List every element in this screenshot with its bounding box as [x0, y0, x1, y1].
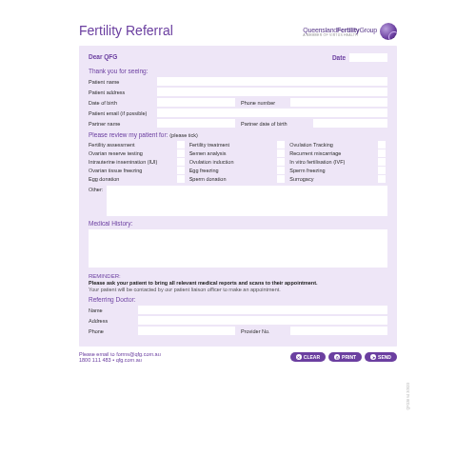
section-review: Please review my patient for: (please ti…	[89, 131, 387, 138]
input-other[interactable]	[107, 186, 387, 216]
input-partner-dob[interactable]	[313, 119, 387, 128]
date-wrap: Date	[332, 53, 387, 62]
label-dob: Date of birth	[89, 100, 153, 106]
review-item-checkbox[interactable]	[378, 158, 386, 166]
review-item-label: Sperm donation	[189, 176, 275, 182]
review-item-label: Sperm freezing	[289, 168, 375, 173]
review-item-checkbox[interactable]	[177, 175, 185, 183]
input-patient-name[interactable]	[157, 77, 387, 86]
section-referring-doctor: Referring Doctor:	[89, 296, 387, 303]
print-button[interactable]: ⎙PRINT	[328, 352, 362, 362]
input-provider[interactable]	[290, 327, 387, 335]
date-label: Date	[332, 54, 346, 61]
reminder-sub: Your patient will be contacted by our pa…	[89, 287, 387, 292]
brand-text: QueenslandFertilityGroup	[303, 27, 377, 33]
review-item-label: Semen analysis	[189, 150, 275, 156]
input-medical-history[interactable]	[89, 229, 387, 268]
page-title: Fertility Referral	[79, 23, 173, 38]
reminder-head: REMINDER:	[89, 273, 387, 279]
review-item-label: Surrogacy	[289, 176, 375, 182]
review-item-checkbox[interactable]	[177, 149, 185, 157]
input-ref-name[interactable]	[138, 306, 387, 314]
label-ref-phone: Phone	[89, 328, 134, 334]
version-code: QFG28 V4 2/2023	[407, 383, 410, 409]
review-item-label: In vitro fertilisation (IVF)	[289, 159, 375, 165]
input-email[interactable]	[157, 109, 387, 117]
brand: QueenslandFertilityGroup A MEMBER OF VIR…	[303, 23, 397, 40]
label-provider: Provider No.	[241, 328, 287, 334]
footer-line2: 1800 111 483 • qfg.com.au	[79, 357, 161, 363]
review-item-checkbox[interactable]	[177, 167, 185, 174]
input-phone[interactable]	[290, 98, 387, 107]
reminder-main: Please ask your patient to bring all rel…	[89, 280, 387, 286]
input-ref-phone[interactable]	[138, 327, 235, 335]
label-partner-dob: Partner date of birth	[241, 121, 309, 127]
review-item-checkbox[interactable]	[378, 141, 386, 149]
label-email: Patient email (if possible)	[89, 110, 153, 116]
label-phone: Phone number	[241, 100, 287, 106]
review-item-checkbox[interactable]	[177, 158, 185, 166]
label-partner-name: Partner name	[89, 121, 153, 127]
review-item-checkbox[interactable]	[378, 167, 386, 174]
footer-buttons: ✕CLEAR ⎙PRINT ➤SEND	[290, 352, 397, 362]
label-other: Other:	[89, 186, 103, 216]
review-item-checkbox[interactable]	[277, 167, 285, 174]
input-partner-name[interactable]	[157, 119, 235, 128]
review-item-checkbox[interactable]	[277, 149, 285, 157]
dear-row: Dear QFG Date	[89, 53, 387, 62]
date-input[interactable]	[349, 53, 387, 62]
review-item-checkbox[interactable]	[277, 158, 285, 166]
review-item-checkbox[interactable]	[177, 141, 185, 149]
label-ref-address: Address	[89, 318, 134, 324]
header: Fertility Referral QueenslandFertilityGr…	[79, 23, 397, 40]
label-patient-address: Patient address	[89, 89, 153, 95]
clear-button[interactable]: ✕CLEAR	[290, 352, 326, 362]
referral-form-page: Fertility Referral QueenslandFertilityGr…	[62, 10, 414, 466]
review-grid: Fertility assessmentFertility treatmentO…	[89, 141, 387, 183]
section-thank-you: Thank you for seeing:	[89, 68, 387, 74]
input-dob[interactable]	[157, 98, 235, 107]
review-item-label: Fertility assessment	[89, 142, 174, 148]
reminder-block: REMINDER: Please ask your patient to bri…	[89, 273, 387, 292]
review-item-label: Egg freezing	[189, 168, 275, 173]
brand-logo-icon	[380, 23, 397, 40]
footer: Please email to forms@qfg.com.au 1800 11…	[79, 351, 397, 363]
review-item-label: Ovulation induction	[189, 159, 275, 165]
footer-contact: Please email to forms@qfg.com.au 1800 11…	[79, 351, 161, 363]
review-item-checkbox[interactable]	[378, 175, 386, 183]
review-item-label: Egg donation	[89, 176, 174, 182]
input-ref-address[interactable]	[138, 316, 387, 325]
clear-icon: ✕	[296, 354, 302, 360]
label-ref-name: Name	[89, 307, 134, 313]
dear-text: Dear QFG	[89, 53, 117, 62]
review-item-checkbox[interactable]	[277, 141, 285, 149]
print-icon: ⎙	[334, 354, 340, 360]
review-item-label: Intrauterine insemination (IUI)	[89, 159, 174, 165]
input-patient-address[interactable]	[157, 88, 387, 96]
review-item-label: Ovarian tissue freezing	[89, 168, 174, 173]
review-item-checkbox[interactable]	[277, 175, 285, 183]
send-icon: ➤	[370, 354, 376, 360]
review-item-label: Recurrent miscarriage	[289, 150, 375, 156]
review-item-label: Ovarian reserve testing	[89, 150, 174, 156]
review-item-label: Ovulation Tracking	[289, 142, 375, 148]
brand-subtext: A MEMBER OF VIRTUS HEALTH	[303, 33, 377, 37]
label-patient-name: Patient name	[89, 79, 153, 85]
send-button[interactable]: ➤SEND	[365, 352, 397, 362]
review-item-label: Fertility treatment	[189, 142, 275, 148]
review-item-checkbox[interactable]	[378, 149, 386, 157]
form-body: Dear QFG Date Thank you for seeing: Pati…	[79, 46, 397, 347]
brand-text-wrap: QueenslandFertilityGroup A MEMBER OF VIR…	[303, 27, 377, 37]
section-medical-history: Medical History:	[89, 220, 387, 227]
